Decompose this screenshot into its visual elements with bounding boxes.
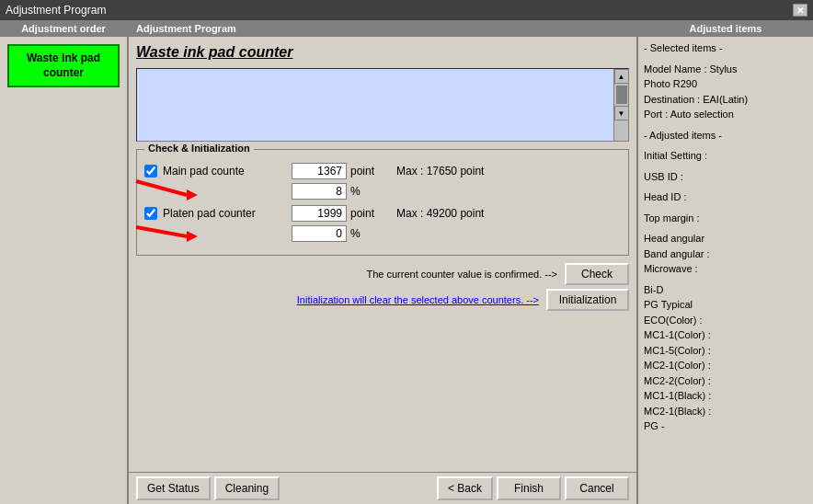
cancel-button[interactable]: Cancel (565, 476, 629, 500)
sidebar-right-item: Initial Setting : (644, 148, 807, 164)
sidebar-right-item: MC1-1(Black) : (644, 388, 807, 404)
sidebar-left-title: Adjustment order (0, 20, 127, 37)
sidebar-right: Adjusted items - Selected items -Model N… (638, 20, 813, 504)
sidebar-right-item: MC2-1(Black) : (644, 404, 807, 419)
sidebar-right-item: Head ID : (644, 189, 807, 205)
sidebar-right-item: MC2-1(Color) : (644, 358, 807, 373)
main-pad-label: Main pad counte (163, 165, 292, 178)
waste-pad-button[interactable]: Waste ink padcounter (7, 44, 120, 87)
sidebar-right-item: Bi-D (644, 282, 807, 298)
finish-button[interactable]: Finish (497, 476, 561, 500)
platen-pad-checkbox[interactable] (144, 207, 157, 220)
sidebar-right-item: Model Name : Stylus (644, 62, 807, 77)
main-pad-percent[interactable] (292, 183, 347, 200)
check-button[interactable]: Check (565, 263, 629, 285)
sidebar-right-item: Head angular (644, 231, 807, 246)
check-init-section: Check & Initialization Main pad counte p… (136, 149, 629, 256)
init-row: Initialization will clear the selected a… (136, 289, 629, 311)
platen-pad-block: Platen pad counter point Max : 49200 poi… (144, 205, 621, 242)
platen-pad-max: Max : 49200 point (396, 207, 484, 220)
center-content: Waste ink pad counter ▲ ▼ (129, 37, 636, 472)
platen-pad-percent[interactable] (292, 225, 347, 242)
center-panel: Adjustment Program Waste ink pad counter… (129, 20, 638, 504)
center-title: Adjustment Program (129, 20, 636, 37)
sidebar-right-item: Top margin : (644, 211, 807, 226)
title-bar: Adjustment Program ✕ (0, 0, 813, 20)
sidebar-right-item: Destination : EAI(Latin) (644, 92, 807, 108)
platen-pad-row: Platen pad counter point Max : 49200 poi… (144, 205, 621, 222)
back-button[interactable]: < Back (437, 476, 493, 500)
main-pad-percent-unit: % (350, 185, 361, 198)
initialization-button[interactable]: Initialization (546, 289, 629, 311)
section-legend: Check & Initialization (144, 143, 254, 154)
main-pad-max: Max : 17650 point (396, 165, 484, 178)
sidebar-right-item: MC1-5(Color) : (644, 343, 807, 359)
sidebar-right-item: Band angular : (644, 246, 807, 262)
bottom-toolbar: Get Status Cleaning < Back Finish Cancel (129, 472, 636, 504)
sidebar-right-item: PG - (644, 418, 807, 434)
page-title: Waste ink pad counter (136, 44, 629, 61)
confirm-row: The current counter value is confirmed. … (136, 263, 629, 285)
platen-pad-percent-unit: % (350, 227, 361, 240)
main-pad-checkbox[interactable] (144, 165, 157, 178)
title-bar-text: Adjustment Program (6, 4, 106, 17)
main-pad-row: Main pad counte point Max : 17650 point (144, 163, 621, 179)
sidebar-right-item: Microwave : (644, 261, 807, 277)
close-button[interactable]: ✕ (793, 4, 807, 17)
platen-pad-unit: point (350, 207, 378, 220)
main-pad-unit: point (350, 165, 378, 178)
sidebar-left: Adjustment order Waste ink padcounter (0, 20, 129, 504)
main-container: Adjustment order Waste ink padcounter Ad… (0, 20, 813, 504)
scroll-down-arrow[interactable]: ▼ (614, 106, 629, 120)
sidebar-right-title: Adjusted items (638, 20, 813, 37)
main-pad-value[interactable] (292, 163, 347, 179)
confirm-text: The current counter value is confirmed. … (366, 269, 557, 280)
sidebar-right-item: MC1-1(Color) : (644, 327, 807, 343)
scroll-up-arrow[interactable]: ▲ (614, 69, 629, 84)
sidebar-right-item: MC2-2(Color) : (644, 373, 807, 389)
sidebar-left-content: Waste ink padcounter (0, 37, 127, 504)
sidebar-right-inner: - Selected items -Model Name : StylusPho… (638, 37, 813, 504)
log-scrollbar[interactable]: ▲ ▼ (613, 69, 628, 141)
main-pad-block: Main pad counte point Max : 17650 point … (144, 163, 621, 200)
sidebar-right-item: Photo R290 (644, 76, 807, 92)
cleaning-button[interactable]: Cleaning (214, 476, 280, 500)
sidebar-right-item: - Selected items - (644, 40, 807, 56)
sidebar-right-content: - Selected items -Model Name : StylusPho… (638, 37, 813, 504)
log-area: ▲ ▼ (136, 68, 629, 142)
scroll-thumb (616, 86, 627, 104)
platen-pad-value[interactable] (292, 205, 347, 222)
platen-pad-percent-row: % (144, 225, 621, 242)
main-pad-percent-row: % (144, 183, 621, 200)
message-area: The current counter value is confirmed. … (136, 263, 629, 311)
sidebar-right-item: ECO(Color) : (644, 313, 807, 328)
platen-pad-label: Platen pad counter (163, 207, 292, 220)
get-status-button[interactable]: Get Status (136, 476, 211, 500)
sidebar-right-item: Port : Auto selection (644, 107, 807, 122)
sidebar-right-item: USB ID : (644, 169, 807, 185)
sidebar-right-item: PG Typical (644, 297, 807, 313)
sidebar-right-item: - Adjusted items - (644, 128, 807, 143)
init-text: Initialization will clear the selected a… (297, 294, 539, 305)
